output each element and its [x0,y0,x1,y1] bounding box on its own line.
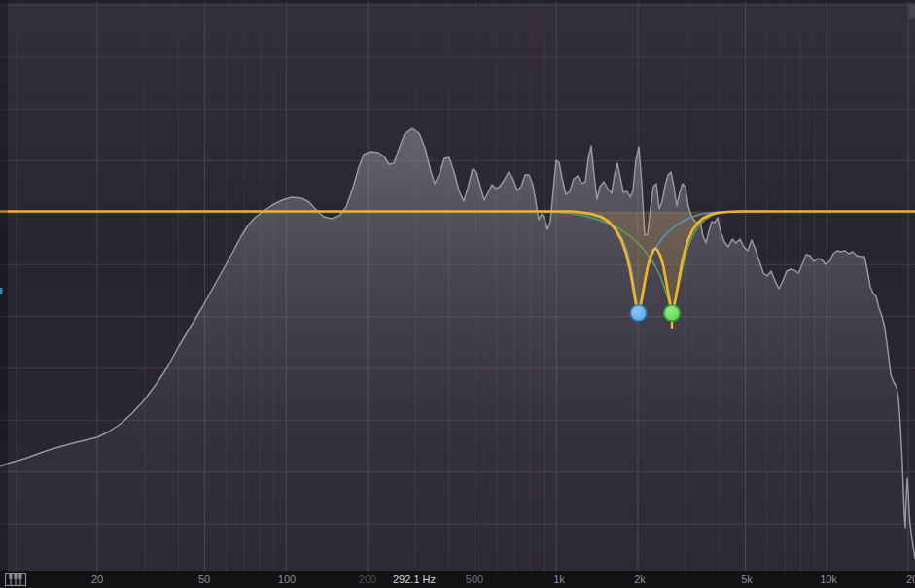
axis-tick-label: 200 [359,571,376,588]
band-2-handle[interactable] [664,305,681,322]
axis-tick-label: 20 [906,571,915,588]
axis-tick-label: 100 [278,571,296,588]
eq-display[interactable]: 292.1 Hz 20501002005001k2k5k10k20 [0,0,915,588]
piano-keyboard-icon[interactable] [5,573,28,586]
eq-graph-canvas[interactable] [0,0,915,588]
top-edge-shade [0,0,915,3]
axis-tick-label: 1k [553,571,565,588]
axis-tick-label: 500 [466,571,483,588]
axis-tick-label: 5k [741,571,753,588]
axis-tick-label: 20 [91,571,103,588]
band-2-stem [671,322,673,329]
axis-tick-label: 10k [820,571,837,588]
scrollbar-thumb[interactable] [909,3,915,19]
left-edge-shade [0,0,8,571]
frequency-axis-bar: 292.1 Hz 20501002005001k2k5k10k20 [0,571,915,588]
axis-tick-label: 50 [198,571,210,588]
band-1-handle[interactable] [630,305,647,322]
frequency-readout: 292.1 Hz [393,571,436,588]
axis-tick-label: 2k [634,571,646,588]
